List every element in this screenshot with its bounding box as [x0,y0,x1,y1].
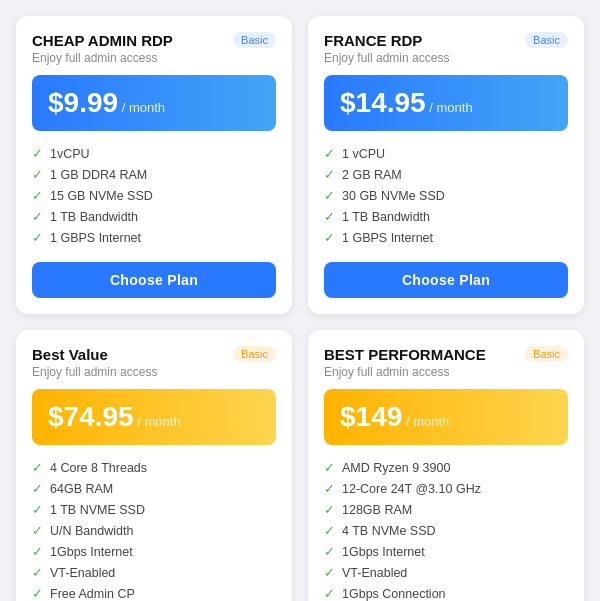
feature-text: 1 vCPU [342,147,385,161]
list-item: ✓4 Core 8 Threads [32,457,276,478]
list-item: ✓1 GBPS Internet [324,227,568,248]
list-item: ✓VT-Enabled [324,562,568,583]
feature-text: 30 GB NVMe SSD [342,189,445,203]
price-banner: $14.95 / month [324,75,568,131]
list-item: ✓128GB RAM [324,499,568,520]
price-banner: $9.99 / month [32,75,276,131]
plan-per: / month [118,100,165,115]
plan-badge: Basic [525,32,568,48]
feature-text: 1Gbps Internet [342,545,425,559]
check-icon: ✓ [324,565,335,580]
check-icon: ✓ [324,481,335,496]
feature-text: VT-Enabled [50,566,115,580]
check-icon: ✓ [324,167,335,182]
feature-text: 4 TB NVMe SSD [342,524,436,538]
plan-subtitle: Enjoy full admin access [32,365,276,379]
feature-text: 1 GBPS Internet [342,231,433,245]
check-icon: ✓ [324,544,335,559]
list-item: ✓30 GB NVMe SSD [324,185,568,206]
check-icon: ✓ [324,523,335,538]
card-header: BEST PERFORMANCEBasic [324,346,568,363]
feature-text: 1 TB NVME SSD [50,503,145,517]
plan-per: / month [426,100,473,115]
list-item: ✓1 GB DDR4 RAM [32,164,276,185]
feature-text: U/N Bandwidth [50,524,133,538]
list-item: ✓1Gbps Internet [32,541,276,562]
feature-text: 1vCPU [50,147,90,161]
plan-price: $9.99 [48,87,118,118]
check-icon: ✓ [32,586,43,601]
check-icon: ✓ [32,523,43,538]
plan-badge: Basic [233,346,276,362]
check-icon: ✓ [32,146,43,161]
list-item: ✓2 GB RAM [324,164,568,185]
plan-price: $14.95 [340,87,426,118]
plan-subtitle: Enjoy full admin access [324,365,568,379]
check-icon: ✓ [324,460,335,475]
check-icon: ✓ [32,209,43,224]
check-icon: ✓ [324,146,335,161]
plan-subtitle: Enjoy full admin access [32,51,276,65]
check-icon: ✓ [324,230,335,245]
feature-text: 12-Core 24T @3.10 GHz [342,482,481,496]
list-item: ✓1Gbps Connection [324,583,568,601]
plan-per: / month [134,414,181,429]
price-banner: $149 / month [324,389,568,445]
check-icon: ✓ [324,209,335,224]
feature-text: 1Gbps Internet [50,545,133,559]
check-icon: ✓ [32,167,43,182]
list-item: ✓4 TB NVMe SSD [324,520,568,541]
feature-text: 64GB RAM [50,482,113,496]
plan-name: CHEAP ADMIN RDP [32,32,173,49]
feature-text: 2 GB RAM [342,168,402,182]
list-item: ✓VT-Enabled [32,562,276,583]
plan-card-best-value: Best ValueBasicEnjoy full admin access$7… [16,330,292,601]
list-item: ✓1 TB NVME SSD [32,499,276,520]
feature-text: 1 GB DDR4 RAM [50,168,147,182]
check-icon: ✓ [32,188,43,203]
feature-text: Free Admin CP [50,587,135,601]
pricing-grid: CHEAP ADMIN RDPBasicEnjoy full admin acc… [16,16,584,601]
feature-text: 4 Core 8 Threads [50,461,147,475]
list-item: ✓12-Core 24T @3.10 GHz [324,478,568,499]
feature-text: 1 TB Bandwidth [342,210,430,224]
check-icon: ✓ [32,481,43,496]
plan-price: $74.95 [48,401,134,432]
feature-text: VT-Enabled [342,566,407,580]
feature-list: ✓AMD Ryzen 9 3900✓12-Core 24T @3.10 GHz✓… [324,457,568,601]
list-item: ✓64GB RAM [32,478,276,499]
feature-list: ✓4 Core 8 Threads✓64GB RAM✓1 TB NVME SSD… [32,457,276,601]
check-icon: ✓ [324,502,335,517]
plan-name: BEST PERFORMANCE [324,346,486,363]
plan-subtitle: Enjoy full admin access [324,51,568,65]
card-header: FRANCE RDPBasic [324,32,568,49]
check-icon: ✓ [324,188,335,203]
list-item: ✓1 GBPS Internet [32,227,276,248]
list-item: ✓1vCPU [32,143,276,164]
choose-plan-button-cheap-admin-rdp[interactable]: Choose Plan [32,262,276,298]
feature-list: ✓1 vCPU✓2 GB RAM✓30 GB NVMe SSD✓1 TB Ban… [324,143,568,248]
plan-price: $149 [340,401,402,432]
feature-list: ✓1vCPU✓1 GB DDR4 RAM✓15 GB NVMe SSD✓1 TB… [32,143,276,248]
plan-name: FRANCE RDP [324,32,422,49]
plan-name: Best Value [32,346,108,363]
feature-text: 1Gbps Connection [342,587,446,601]
choose-plan-button-france-rdp[interactable]: Choose Plan [324,262,568,298]
plan-badge: Basic [233,32,276,48]
feature-text: 128GB RAM [342,503,412,517]
list-item: ✓U/N Bandwidth [32,520,276,541]
list-item: ✓Free Admin CP [32,583,276,601]
plan-card-best-performance: BEST PERFORMANCEBasicEnjoy full admin ac… [308,330,584,601]
check-icon: ✓ [32,502,43,517]
plan-card-cheap-admin-rdp: CHEAP ADMIN RDPBasicEnjoy full admin acc… [16,16,292,314]
check-icon: ✓ [324,586,335,601]
plan-badge: Basic [525,346,568,362]
card-header: Best ValueBasic [32,346,276,363]
list-item: ✓1 TB Bandwidth [324,206,568,227]
list-item: ✓1 TB Bandwidth [32,206,276,227]
card-header: CHEAP ADMIN RDPBasic [32,32,276,49]
check-icon: ✓ [32,544,43,559]
list-item: ✓1 vCPU [324,143,568,164]
list-item: ✓1Gbps Internet [324,541,568,562]
check-icon: ✓ [32,565,43,580]
